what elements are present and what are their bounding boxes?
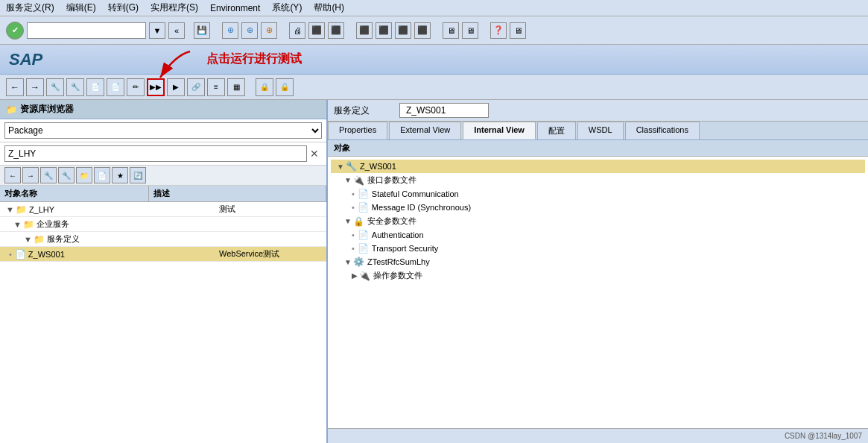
- menu-goto[interactable]: 转到(G): [108, 1, 139, 14]
- tab-properties[interactable]: Properties: [328, 122, 387, 139]
- obj-btn1[interactable]: 🔧: [46, 78, 64, 96]
- statusbar: CSDN @1314lay_1007: [328, 428, 868, 443]
- copy2-btn[interactable]: ⬛: [328, 22, 344, 39]
- copy1-btn[interactable]: ⬛: [308, 22, 325, 39]
- tab-wsdl[interactable]: WSDL: [577, 122, 624, 139]
- nav-folder-btn[interactable]: 📁: [76, 167, 92, 183]
- tab-classifications[interactable]: Classifications: [625, 122, 700, 139]
- folder-icon: 📁: [6, 104, 17, 115]
- refresh3-btn[interactable]: ⊕: [261, 22, 277, 39]
- struct-btn[interactable]: 🔗: [187, 78, 205, 96]
- obj-item-security[interactable]: ▼ 🔒 安全参数文件: [331, 214, 865, 228]
- tree-item-fuwu[interactable]: ▼ 📁 服务定义: [0, 232, 326, 247]
- obj-item-ops[interactable]: ▶ 🔌 操作参数文件: [331, 268, 865, 283]
- nav1-btn[interactable]: ⬛: [356, 22, 373, 39]
- edit-btn[interactable]: ✏: [127, 78, 145, 96]
- run-btn[interactable]: ▶▶: [147, 78, 165, 96]
- menu-help[interactable]: 帮助(H): [314, 1, 344, 14]
- monitor-btn[interactable]: 🖥: [443, 22, 459, 39]
- obj-icon-interface: 🔌: [353, 175, 364, 186]
- nav2-btn[interactable]: ⬛: [376, 22, 392, 39]
- nav-refresh-nav-btn[interactable]: 🔄: [130, 167, 146, 183]
- zws001-desc: WebService测试: [219, 248, 323, 260]
- layout-btn[interactable]: ▦: [227, 78, 245, 96]
- zlhy-label: Z_LHY: [29, 205, 219, 214]
- obj-item-transport[interactable]: • 📄 Transport Security: [331, 242, 865, 255]
- tree-item-qiye[interactable]: ▼ 📁 企业服务: [0, 217, 326, 232]
- nav3-btn[interactable]: ⬛: [395, 22, 411, 39]
- save-btn[interactable]: 💾: [194, 22, 210, 39]
- green-check-button[interactable]: ✔: [6, 22, 24, 40]
- sap-annotation: 点击运行进行测试: [206, 51, 302, 67]
- back-btn[interactable]: ←: [6, 78, 24, 96]
- content-col-obj: 对象: [334, 142, 557, 154]
- folder-qiye-icon: 📁: [23, 219, 34, 230]
- align-btn[interactable]: ≡: [207, 78, 225, 96]
- menu-edit[interactable]: 编辑(E): [66, 1, 96, 14]
- obj-item-auth[interactable]: • 📄 Authentication: [331, 228, 865, 242]
- release-btn[interactable]: 🔓: [276, 78, 294, 96]
- refresh2-btn[interactable]: ⊕: [241, 22, 258, 39]
- clear-search-button[interactable]: ✕: [307, 146, 322, 161]
- forward-btn[interactable]: →: [26, 78, 44, 96]
- nav-obj1-btn[interactable]: 🔧: [40, 167, 57, 183]
- obj-item-ztest[interactable]: ▼ ⚙️ ZTestRfcSumLhy: [331, 255, 865, 268]
- tree-col-name: 对象名称: [0, 186, 149, 201]
- expand-qiye-icon: ▼: [13, 220, 22, 229]
- obj-icon-transport: 📄: [358, 243, 369, 254]
- obj-item-interface[interactable]: ▼ 🔌 接口参数文件: [331, 173, 865, 187]
- bullet-zws001: •: [9, 250, 12, 259]
- screen-btn[interactable]: 🖥: [462, 22, 478, 39]
- obj-btn2[interactable]: 🔧: [66, 78, 84, 96]
- menu-service[interactable]: 服务定义(R): [6, 1, 54, 14]
- copy-obj-btn[interactable]: 📄: [86, 78, 104, 96]
- menu-system[interactable]: 系统(Y): [272, 1, 302, 14]
- help-btn[interactable]: ❓: [490, 22, 507, 39]
- toolbar2: ← → 🔧 🔧 📄 📄 ✏ ▶▶ ▶ 🔗 ≡ ▦ 🔒 🔓: [0, 75, 868, 100]
- obj-security-label: 安全参数文件: [367, 216, 862, 227]
- tree-item-zlhy[interactable]: ▼ 📁 Z_LHY 测试: [0, 202, 326, 217]
- run2-btn[interactable]: ▶: [167, 78, 185, 96]
- obj-item-stateful[interactable]: • 📄 Stateful Communication: [331, 187, 865, 201]
- main-content: 📁 资源库浏览器 Package ✕ ← → 🔧 🔧 📁 📄 ★ 🔄 对象名称 …: [0, 100, 868, 443]
- tab-peizhi[interactable]: 配置: [537, 122, 576, 139]
- package-select[interactable]: Package: [4, 122, 322, 139]
- nav-struct-btn[interactable]: 📄: [94, 167, 110, 183]
- bullet-messageid: •: [352, 203, 355, 212]
- menubar: 服务定义(R) 编辑(E) 转到(G) 实用程序(S) Environment …: [0, 0, 868, 16]
- display-btn[interactable]: 🖥: [510, 22, 526, 39]
- status-text: CSDN @1314lay_1007: [785, 432, 862, 440]
- lock-btn[interactable]: 🔒: [256, 78, 273, 96]
- obj-btn3[interactable]: 📄: [107, 78, 124, 96]
- refresh1-btn[interactable]: ⊕: [222, 22, 238, 39]
- obj-messageid-label: Message ID (Synchronous): [372, 203, 862, 212]
- expand-ztest-icon: ▼: [344, 258, 352, 266]
- folder-fuwu-icon: 📁: [34, 234, 45, 245]
- file-zws001-icon: 📄: [15, 249, 26, 260]
- left-panel-title: 资源库浏览器: [20, 103, 74, 116]
- obj-ztest-label: ZTestRfcSumLhy: [367, 257, 862, 266]
- command-input[interactable]: [27, 22, 146, 39]
- menu-environment[interactable]: Environment: [210, 3, 260, 13]
- menu-util[interactable]: 实用程序(S): [151, 1, 198, 14]
- tree-item-zws001[interactable]: • 📄 Z_WS001 WebService测试: [0, 247, 326, 262]
- tab-internal-view[interactable]: Internal View: [463, 122, 536, 139]
- print-btn[interactable]: 🖨: [289, 22, 305, 39]
- expand-zws001-icon: ▼: [337, 163, 344, 171]
- obj-auth-label: Authentication: [372, 230, 862, 239]
- folder-zlhy-icon: 📁: [16, 204, 27, 215]
- search-input[interactable]: [4, 145, 307, 162]
- dropdown-btn[interactable]: ▼: [149, 22, 165, 39]
- nav-obj2-btn[interactable]: 🔧: [58, 167, 75, 183]
- tab-external-view[interactable]: External View: [389, 122, 461, 139]
- nav-star-btn[interactable]: ★: [112, 167, 128, 183]
- nav4-btn[interactable]: ⬛: [414, 22, 431, 39]
- nav-back-btn[interactable]: ←: [4, 167, 21, 183]
- double-arrow-btn[interactable]: «: [168, 22, 185, 39]
- nav-toolbar: ← → 🔧 🔧 📁 📄 ★ 🔄: [0, 166, 326, 186]
- obj-icon-ztest: ⚙️: [353, 257, 364, 267]
- obj-item-zws001[interactable]: ▼ 🔧 Z_WS001: [331, 160, 865, 173]
- left-panel: 📁 资源库浏览器 Package ✕ ← → 🔧 🔧 📁 📄 ★ 🔄 对象名称 …: [0, 100, 328, 443]
- obj-item-messageid[interactable]: • 📄 Message ID (Synchronous): [331, 201, 865, 214]
- nav-forward-btn[interactable]: →: [22, 167, 39, 183]
